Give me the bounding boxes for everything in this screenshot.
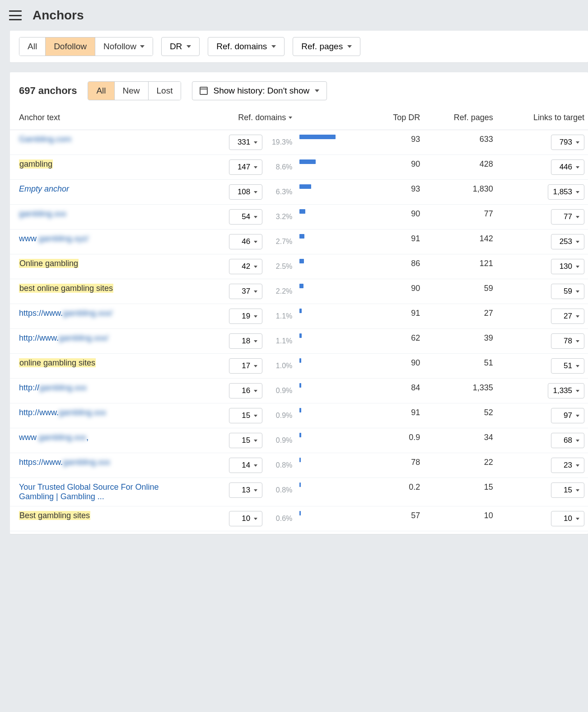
dr-filter-button[interactable]: DR xyxy=(161,37,200,56)
ref-domains-value: 13 xyxy=(242,486,250,495)
chevron-down-icon xyxy=(254,315,257,318)
links-button[interactable]: 1,335 xyxy=(548,383,584,398)
ref-domains-button[interactable]: 10 xyxy=(229,511,262,526)
links-button[interactable]: 97 xyxy=(551,408,584,423)
table-row: http://gambling.xxx160.9%841,3351,335 xyxy=(10,379,588,403)
ref-domains-button[interactable]: 15 xyxy=(229,408,262,423)
anchor-cell[interactable]: gambling.xxx xyxy=(10,205,192,230)
ref-domains-button[interactable]: 108 xyxy=(229,184,262,200)
calendar-icon xyxy=(200,87,208,95)
hamburger-icon[interactable] xyxy=(9,10,22,20)
anchor-text: http://gambling.xxx xyxy=(19,383,87,392)
ref-domains-button[interactable]: 37 xyxy=(229,284,262,299)
anchor-text: https://www.gambling.xxx xyxy=(19,458,110,467)
links-button[interactable]: 10 xyxy=(551,511,584,526)
top-dr-cell: 93 xyxy=(369,180,424,205)
ref-domains-bar xyxy=(299,358,301,363)
ref-domains-value: 331 xyxy=(238,138,250,147)
top-dr-cell: 0.9 xyxy=(369,428,424,453)
table-row: www.gambling.xyz/462.7%91142253 xyxy=(10,230,588,254)
links-cell: 1,853 xyxy=(497,180,588,205)
chevron-down-icon xyxy=(254,518,257,520)
top-dr-cell: 91 xyxy=(369,403,424,428)
ref-domains-button[interactable]: 147 xyxy=(229,159,262,175)
anl-all-button[interactable]: All xyxy=(88,82,114,100)
anchors-panel: 697 anchors All New Lost Show history: D… xyxy=(10,72,588,534)
col-links[interactable]: Links to target xyxy=(497,108,588,130)
links-button[interactable]: 23 xyxy=(551,458,584,473)
anl-lost-button[interactable]: Lost xyxy=(148,82,181,100)
follow-all-label: All xyxy=(28,42,37,52)
ref-domains-value: 10 xyxy=(242,514,250,523)
ref-domains-button[interactable]: 331 xyxy=(229,135,262,150)
ref-domains-button[interactable]: 17 xyxy=(229,358,262,374)
ref-domains-button[interactable]: 14 xyxy=(229,458,262,473)
anchor-cell[interactable]: best online gambling sites xyxy=(10,279,192,304)
top-dr-cell: 90 xyxy=(369,279,424,304)
links-button[interactable]: 253 xyxy=(551,234,584,249)
links-button[interactable]: 1,853 xyxy=(548,184,584,200)
ref-domains-button[interactable]: 18 xyxy=(229,333,262,349)
col-top-dr[interactable]: Top DR xyxy=(369,108,424,130)
ref-pages-cell: 1,830 xyxy=(424,180,497,205)
table-row: best online gambling sites372.2%905959 xyxy=(10,279,588,304)
anchor-cell[interactable]: gambling xyxy=(10,155,192,180)
links-button[interactable]: 51 xyxy=(551,358,584,374)
follow-all-button[interactable]: All xyxy=(19,37,45,56)
links-button[interactable]: 446 xyxy=(551,159,584,175)
links-button[interactable]: 130 xyxy=(551,259,584,274)
ref-pages-cell: 142 xyxy=(424,230,497,254)
anchor-text: gambling.xxx xyxy=(19,209,66,219)
anchor-cell[interactable]: Online gambling xyxy=(10,254,192,279)
follow-nofollow-button[interactable]: Nofollow xyxy=(95,37,153,56)
links-button[interactable]: 77 xyxy=(551,209,584,225)
links-cell: 15 xyxy=(497,478,588,506)
ref-domains-button[interactable]: 19 xyxy=(229,309,262,324)
anl-new-button[interactable]: New xyxy=(114,82,148,100)
anchor-cell[interactable]: https://www.gambling.xxx xyxy=(10,453,192,478)
ref-pages-cell: 59 xyxy=(424,279,497,304)
anchor-cell[interactable]: http://gambling.xxx xyxy=(10,379,192,403)
ref-pages-cell: 22 xyxy=(424,453,497,478)
chevron-down-icon xyxy=(576,464,579,467)
anchor-cell[interactable]: https://www.gambling.xxx/ xyxy=(10,304,192,329)
col-anchor-text[interactable]: Anchor text xyxy=(10,108,192,130)
links-button[interactable]: 15 xyxy=(551,482,584,498)
col-ref-domains[interactable]: Ref. domains xyxy=(192,108,296,130)
ref-domains-cell: 171.0% xyxy=(192,354,296,379)
links-button[interactable]: 27 xyxy=(551,309,584,324)
anchor-cell[interactable]: Best gambling sites xyxy=(10,506,192,531)
links-button[interactable]: 78 xyxy=(551,333,584,349)
history-dropdown-button[interactable]: Show history: Don't show xyxy=(192,81,327,100)
ref-domains-pct: 3.2% xyxy=(269,213,292,221)
ref-domains-value: 42 xyxy=(242,262,250,271)
anchor-cell[interactable]: online gambling sites xyxy=(10,354,192,379)
ref-domains-button[interactable]: 42 xyxy=(229,259,262,274)
links-button[interactable]: 59 xyxy=(551,284,584,299)
ref-domains-button[interactable]: 46 xyxy=(229,234,262,249)
ref-domains-button[interactable]: 13 xyxy=(229,482,262,498)
anchor-cell[interactable]: Gambling.com xyxy=(10,130,192,155)
ref-domains-button[interactable]: 15 xyxy=(229,433,262,448)
ref-domains-filter-button[interactable]: Ref. domains xyxy=(208,37,285,56)
anchor-cell[interactable]: www.gambling.xyz/ xyxy=(10,230,192,254)
links-cell: 77 xyxy=(497,205,588,230)
bar-cell xyxy=(296,453,369,478)
links-button[interactable]: 793 xyxy=(551,135,584,150)
anchor-cell[interactable]: http://www.gambling.xxx xyxy=(10,403,192,428)
anchor-cell[interactable]: http://www.gambling.xxx/ xyxy=(10,329,192,354)
anchor-text: www.gambling.xxx, xyxy=(19,433,89,442)
ref-pages-filter-button[interactable]: Ref. pages xyxy=(293,37,360,56)
anchor-cell[interactable]: Your Trusted Global Source For Online Ga… xyxy=(10,478,192,506)
links-cell: 10 xyxy=(497,506,588,531)
chevron-down-icon xyxy=(254,266,257,268)
links-button[interactable]: 68 xyxy=(551,433,584,448)
ref-domains-button[interactable]: 54 xyxy=(229,209,262,225)
ref-domains-cell: 372.2% xyxy=(192,279,296,304)
ref-domains-button[interactable]: 16 xyxy=(229,383,262,398)
ref-domains-pct: 2.2% xyxy=(269,287,292,295)
follow-dofollow-button[interactable]: Dofollow xyxy=(45,37,95,56)
anchor-cell[interactable]: www.gambling.xxx, xyxy=(10,428,192,453)
anchor-cell[interactable]: Empty anchor xyxy=(10,180,192,205)
col-ref-pages[interactable]: Ref. pages xyxy=(424,108,497,130)
